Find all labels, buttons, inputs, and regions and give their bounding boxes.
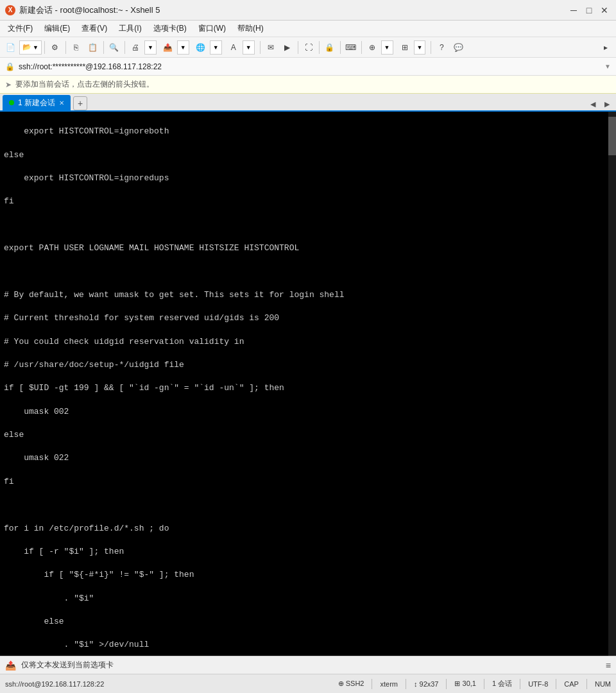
toolbar-separator-1 [44,41,45,54]
close-button[interactable]: ✕ [598,4,611,17]
globe-dropdown[interactable]: ▼ [210,40,222,55]
font-button[interactable]: A [226,40,241,55]
status-encoding: UTF-8 [528,680,548,688]
menu-help[interactable]: 帮助(H) [232,22,269,35]
toolbar-more[interactable]: ▸ [598,40,613,55]
terminal-line-17 [4,499,604,511]
terminal-wrapper[interactable]: export HISTCONTROL=ignoreboth else expor… [0,112,616,656]
send-icon: 📤 [5,660,16,671]
terminal-line-15: umask 022 [4,452,604,464]
terminal-line-5 [4,219,604,231]
toolbar-separator-5 [260,41,261,54]
maximize-button[interactable]: □ [583,4,595,17]
terminal-line-19: if [ -r "$i" ]; then [4,546,604,558]
terminal-line-23: . "$i" >/dev/null [4,639,604,651]
menu-view[interactable]: 查看(V) [76,22,112,35]
status-sep-5 [520,679,520,689]
keyboard-button[interactable]: ⌨ [343,40,359,55]
terminal-line-7 [4,266,604,277]
chat-button[interactable]: 💬 [450,40,466,55]
bottom-text-label: 仅将文本发送到当前选项卡 [21,660,601,671]
properties-button[interactable]: ⚙ [47,40,63,55]
copy-button[interactable]: ⎘ [69,40,84,55]
terminal-line-10: # You could check uidgid reservation val… [4,336,604,348]
toolbar-separator-4 [124,41,125,54]
menu-window[interactable]: 窗口(W) [193,22,231,35]
new-session-button[interactable]: 📄 [3,40,18,55]
lock-button[interactable]: 🔒 [322,40,338,55]
status-sep-6 [556,679,556,689]
status-sep-4 [484,679,484,689]
status-sep-7 [586,679,587,689]
status-sessions: 1 会话 [492,679,512,689]
main-area: export HISTCONTROL=ignoreboth else expor… [0,112,616,693]
status-sep-2 [406,679,406,689]
scrollbar-thumb[interactable] [608,117,616,155]
status-term: xterm [380,680,398,688]
bottom-text-menu[interactable]: ≡ [606,660,611,671]
menu-tools[interactable]: 工具(I) [114,22,146,35]
address-text: ssh://root:***********@192.168.117.128:2… [19,62,601,71]
menu-bar: 文件(F) 编辑(E) 查看(V) 工具(I) 选项卡(B) 窗口(W) 帮助(… [0,21,616,37]
terminal-line-2: else [4,150,604,161]
status-sep-3 [446,679,447,689]
compose-button[interactable]: ✉ [263,40,278,55]
terminal-line-13: umask 002 [4,406,604,418]
tab-new-session[interactable]: 1 新建会话 ✕ [3,95,71,110]
terminal-line-6: export PATH USER LOGNAME MAIL HOSTNAME H… [4,243,604,254]
tab-bar: 1 新建会话 ✕ + ◀ ▶ [0,94,616,112]
open-dropdown[interactable]: 📂 ▼ [19,40,42,55]
print-button[interactable]: 🖨 [128,40,143,55]
terminal-line-20: if [ "${-#*i}" != "$-" ]; then [4,569,604,581]
info-bar: ➤ 要添加当前会话，点击左侧的箭头按钮。 [0,76,616,94]
print-dropdown[interactable]: ▼ [144,40,157,55]
terminal-line-21: . "$i" [4,593,604,604]
toolbar-separator-9 [361,41,362,54]
script-button[interactable]: ▶ [280,40,295,55]
menu-edit[interactable]: 编辑(E) [39,22,75,35]
macro-button[interactable]: ⊕ [364,40,380,55]
status-host: ssh://root@192.168.117.128:22 [5,680,104,688]
terminal[interactable]: export HISTCONTROL=ignoreboth else expor… [0,112,616,656]
scrollbar[interactable]: ▲ ▼ [608,112,616,656]
new-tab-button[interactable]: + [73,96,87,110]
status-bar: ssh://root@192.168.117.128:22 ⊕ SSH2 xte… [0,674,616,693]
toolbar-separator-10 [431,41,431,54]
toolbar-separator-2 [65,41,66,54]
find-button[interactable]: 🔍 [107,40,122,55]
app-icon: X [5,5,15,15]
paste-button[interactable]: 📋 [85,40,101,55]
terminal-line-18: for i in /etc/profile.d/*.sh ; do [4,523,604,535]
terminal-line-3: export HISTCONTROL=ignoredups [4,173,604,184]
help-button[interactable]: ? [434,40,449,55]
address-dropdown[interactable]: ▼ [604,63,611,70]
address-bar: 🔒 ssh://root:***********@192.168.117.128… [0,58,616,76]
terminal-line-11: # /usr/share/doc/setup-*/uidgid file [4,359,604,371]
bottom-text-bar: 📤 仅将文本发送到当前选项卡 ≡ [0,656,616,674]
pad-button[interactable]: ⊞ [397,40,413,55]
transfer-button[interactable]: 📤 [160,40,176,55]
fullscreen-button[interactable]: ⛶ [301,40,316,55]
arrow-icon: ➤ [5,80,12,89]
minimize-button[interactable]: ─ [567,4,580,17]
status-right: ⊕ SSH2 xterm ↕ 92x37 ⊞ 30,1 1 会话 UTF-8 C… [338,679,611,689]
macro-dropdown[interactable]: ▼ [381,40,393,55]
terminal-line-4: fi [4,196,604,207]
menu-file[interactable]: 文件(F) [3,22,38,35]
status-left: ssh://root@192.168.117.128:22 [5,680,328,688]
status-caps: CAP [564,680,579,688]
font-dropdown[interactable]: ▼ [243,40,255,55]
tab-label: 1 新建会话 [18,98,55,108]
title-bar: X 新建会话 - root@localhost:~ - Xshell 5 ─ □… [0,0,616,21]
terminal-line-1: export HISTCONTROL=ignoreboth [4,126,604,137]
terminal-line-14: else [4,429,604,441]
tab-close-button[interactable]: ✕ [59,99,64,107]
menu-tabs[interactable]: 选项卡(B) [148,22,192,35]
transfer-dropdown[interactable]: ▼ [177,40,189,55]
tab-next-button[interactable]: ▶ [601,98,613,110]
tab-prev-button[interactable]: ◀ [586,98,599,110]
pad-dropdown[interactable]: ▼ [414,40,426,55]
globe-button[interactable]: 🌐 [193,40,209,55]
status-sep-1 [372,679,372,689]
lock-icon: 🔒 [5,62,15,71]
